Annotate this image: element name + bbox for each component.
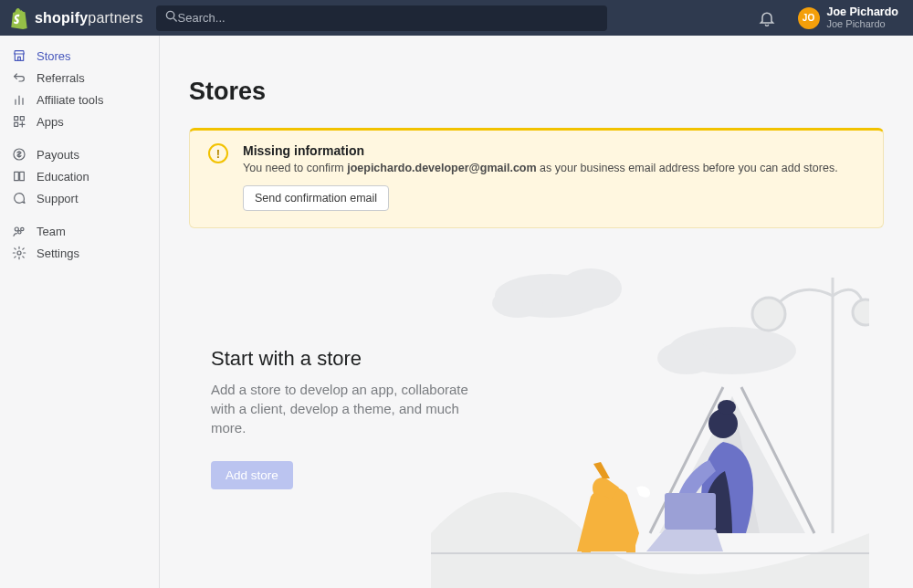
svg-rect-28	[582, 533, 591, 553]
svg-point-22	[853, 299, 869, 325]
brand[interactable]: shopifypartners	[9, 7, 143, 29]
apps-grid-icon	[11, 113, 27, 130]
shopify-bag-icon	[9, 7, 29, 29]
dollar-icon	[11, 146, 27, 163]
sidebar-item-apps[interactable]: Apps	[0, 110, 159, 132]
sidebar-item-settings[interactable]: Settings	[0, 242, 159, 264]
add-store-button[interactable]: Add store	[211, 461, 293, 489]
warning-icon: !	[208, 143, 228, 163]
svg-point-21	[752, 298, 785, 331]
arrow-return-icon	[11, 69, 27, 86]
sidebar-item-label: Stores	[37, 49, 71, 63]
svg-point-12	[21, 227, 24, 230]
sidebar-item-education[interactable]: Education	[0, 165, 159, 187]
svg-rect-7	[15, 122, 18, 126]
storefront-icon	[11, 47, 27, 64]
notifications-bell-icon[interactable]	[758, 9, 776, 27]
sidebar-item-label: Affiliate tools	[37, 93, 103, 107]
user-subtitle: Joe Pichardo	[827, 18, 899, 29]
svg-point-15	[495, 274, 604, 318]
svg-point-11	[15, 227, 18, 231]
banner-title: Missing information	[243, 143, 865, 158]
gear-icon	[11, 245, 27, 261]
avatar: JO	[798, 7, 820, 29]
sidebar-item-referrals[interactable]: Referrals	[0, 67, 159, 89]
svg-point-0	[166, 11, 173, 18]
sidebar-item-label: Team	[37, 225, 66, 238]
user-name: Joe Pichardo	[827, 6, 899, 19]
sidebar-item-label: Payouts	[37, 148, 79, 162]
book-icon	[11, 168, 27, 184]
svg-point-14	[17, 251, 21, 255]
empty-state-title: Start with a store	[211, 347, 828, 371]
main-content: Stores ! Missing information You need to…	[160, 36, 913, 588]
sidebar-item-label: Apps	[37, 115, 64, 129]
sidebar-item-team[interactable]: Team	[0, 220, 159, 242]
send-confirmation-email-button[interactable]: Send confirmation email	[243, 185, 389, 211]
sidebar-item-stores[interactable]: Stores	[0, 45, 159, 67]
sidebar-item-label: Settings	[37, 247, 79, 260]
empty-state-description: Add a store to develop an app, collabora…	[211, 380, 494, 437]
team-icon	[11, 223, 27, 239]
page-title: Stores	[189, 78, 884, 106]
svg-rect-5	[15, 117, 18, 121]
search-field[interactable]	[156, 5, 607, 31]
svg-rect-29	[626, 533, 635, 553]
search-icon	[165, 10, 178, 26]
warning-banner: ! Missing information You need to confir…	[189, 128, 884, 228]
svg-line-1	[173, 18, 177, 22]
svg-rect-27	[665, 493, 716, 530]
svg-point-16	[560, 268, 622, 309]
topbar: shopifypartners JO Joe Pichardo Joe Pich…	[0, 0, 913, 36]
sidebar-item-support[interactable]: Support	[0, 187, 159, 209]
user-menu[interactable]: JO Joe Pichardo Joe Pichardo	[798, 6, 899, 30]
banner-message: You need to confirm joepichardo.develope…	[243, 162, 865, 174]
chat-icon	[11, 190, 27, 206]
svg-point-13	[18, 231, 21, 234]
sidebar-item-label: Education	[37, 170, 89, 184]
search-input[interactable]	[178, 11, 598, 25]
empty-state: Start with a store Add a store to develo…	[189, 347, 828, 489]
sidebar: StoresReferralsAffiliate toolsApps Payou…	[0, 36, 160, 588]
sidebar-item-label: Support	[37, 192, 79, 205]
sidebar-item-affiliate-tools[interactable]: Affiliate tools	[0, 89, 159, 110]
svg-point-17	[492, 289, 543, 318]
brand-text: shopifypartners	[35, 10, 143, 26]
svg-rect-6	[20, 117, 24, 121]
sidebar-item-label: Referrals	[37, 71, 85, 85]
sidebar-item-payouts[interactable]: Payouts	[0, 143, 159, 165]
bar-chart-icon	[11, 91, 27, 108]
